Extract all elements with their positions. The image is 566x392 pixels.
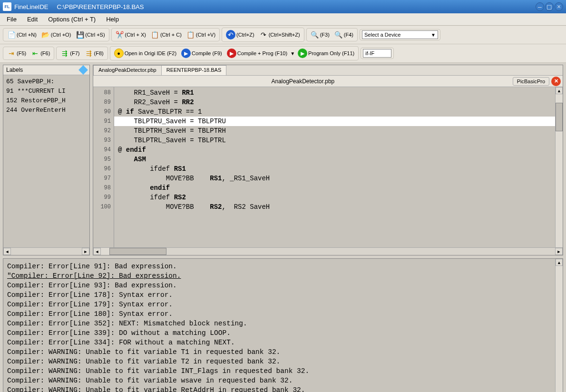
editor-close-button[interactable]: ✕ [551,77,561,86]
titlebar: FL FineLineIDE C:\PBP\REENTERPBP-18.BAS … [0,0,566,13]
scroll-right-icon[interactable]: ► [82,248,89,255]
output-content[interactable]: Compiler: Error[Line 91]: Bad expression… [3,259,555,392]
output-line[interactable]: Compiler: WARNING: Unable to fit variabl… [7,357,551,366]
code-line[interactable]: @ endif [114,145,555,155]
compile-prog-button[interactable]: ▶Compile + Prog (F10) [225,48,289,59]
maximize-button[interactable]: ◻ [545,2,554,11]
code-line[interactable]: TBLPTRL_SaveH = TBLPTRL [114,136,555,145]
redo-button[interactable]: ↷(Ctrl+Shift+Z) [257,29,302,40]
f5-button[interactable]: ⇥(F5) [5,48,28,59]
copy-button[interactable]: 📋(Ctrl + C) [149,29,184,40]
search-group: 🔍(F3) 🔍(F4) [306,28,358,41]
if-input[interactable] [363,49,391,58]
label-item[interactable]: 244 OverReEnterH [6,106,87,115]
undo-label: (Ctrl+Z) [236,32,254,38]
code-line[interactable]: @ if Save_TBLPTR == 1 [114,107,555,117]
outdent-icon: ⇤ [31,49,39,58]
code-line[interactable]: TBLPTRH_SaveH = TBLPTRH [114,126,555,136]
code-editor[interactable]: 88 89 90 91 92 93 94 95 96 97 98 99 100 … [93,87,563,247]
code-line[interactable]: ASM [114,155,555,164]
close-button[interactable]: × [555,2,563,11]
code-line[interactable]: RR2_SaveH = RR2 [114,98,555,107]
f7-button[interactable]: ⇶(F7) [59,48,81,59]
editor-hscroll[interactable]: ◄ ► [93,247,563,255]
undo-button[interactable]: ↶(Ctrl+Z) [224,29,256,40]
indent-icon: ⇥ [7,49,16,58]
code-line[interactable]: endif [114,183,555,193]
output-vscroll[interactable]: ▲ [555,259,563,392]
sidebar: Labels 65 SavePBP_H: 91 ***CURRENT LI 15… [3,65,90,255]
menu-options[interactable]: Options (Ctrl + T) [43,14,100,25]
scroll-track[interactable] [11,248,82,255]
new-button[interactable]: 📄(Ctrl +N) [5,29,39,40]
file-path: C:\PBP\REENTERPBP-18.BAS [57,3,144,10]
program-only-button[interactable]: ▶Program Only (F11) [296,48,356,59]
output-line[interactable]: Compiler: Error[Line 179]: Syntax error. [7,300,551,309]
output-line[interactable]: Compiler: Error[Line 180]: Syntax error. [7,309,551,319]
sidebar-header[interactable]: Labels [3,65,89,75]
findnext-button[interactable]: 🔍(F4) [332,29,355,40]
findnext-label: (F4) [344,32,353,38]
scroll-right-icon[interactable]: ► [555,248,563,255]
save-icon: 💾 [76,30,84,39]
menu-file[interactable]: File [2,14,21,25]
label-item[interactable]: 91 ***CURRENT LI [6,87,87,96]
output-line[interactable]: Compiler: WARNING: Unable to fit variabl… [7,366,551,376]
f7-label: (F7) [70,50,79,56]
editor-title: AnalogPeakDetector.pbp [93,78,513,85]
code-line[interactable]: MOVE?BB RS1, _RS1_SaveH [114,174,555,183]
f6-label: (F6) [40,50,50,56]
tab-2[interactable]: REENTERPBP-18.BAS [161,65,227,75]
sidebar-content[interactable]: 65 SavePBP_H: 91 ***CURRENT LI 152 Resto… [3,75,89,247]
tabs: AnalogPeakDetector.pbp REENTERPBP-18.BAS [93,65,563,76]
output-line[interactable]: Compiler: Error[Line 339]: DO without a … [7,328,551,338]
code-line-highlighted[interactable]: TBLPTRU_SaveH = TBLPTRU [114,117,555,126]
redo-label: (Ctrl+Shift+Z) [269,32,300,38]
new-label: (Ctrl +N) [17,32,37,38]
f8-button[interactable]: ⇶(F8) [83,48,106,59]
diamond-icon [78,65,88,75]
device-select[interactable]: Select a Device ▼ [362,30,438,39]
cut-button[interactable]: ✂️(Ctrl + X) [114,29,148,40]
output-line[interactable]: Compiler: WARNING: Unable to fit variabl… [7,347,551,357]
menu-edit[interactable]: Edit [22,14,42,25]
save-button[interactable]: 💾(Ctrl +S) [74,29,107,40]
circle-yellow-icon: ● [114,49,124,58]
open-origi-button[interactable]: ●Open in Origi IDE (F2) [112,48,178,59]
compile-dropdown-icon[interactable]: ▼ [290,51,295,56]
scroll-left-icon[interactable]: ◄ [93,248,101,255]
tab-1[interactable]: AnalogPeakDetector.pbp [93,65,162,75]
code-line[interactable]: ifdef RS2 [114,193,555,202]
output-line[interactable]: Compiler: Error[Line 334]: FOR without a… [7,338,551,347]
output-line[interactable]: Compiler: Error[Line 91]: Bad expression… [7,262,551,271]
output-line[interactable]: "Compiler: Error[Line 92]: Bad expressio… [7,271,551,281]
vscroll-thumb[interactable] [556,103,563,131]
find-button[interactable]: 🔍(F3) [309,29,332,40]
output-line[interactable]: Compiler: Error[Line 352]: NEXT: Mismatc… [7,319,551,328]
minimize-button[interactable]: – [536,2,544,11]
scroll-track[interactable] [166,248,555,255]
f6-button[interactable]: ⇤(F6) [29,48,52,59]
scroll-left-icon[interactable]: ◄ [3,248,11,255]
compile-button[interactable]: ▶Compile (F9) [179,48,224,59]
label-item[interactable]: 65 SavePBP_H: [6,77,87,87]
output-line[interactable]: Compiler: Error[Line 178]: Syntax error. [7,290,551,300]
sidebar-hscroll[interactable]: ◄ ► [3,247,89,255]
code-line[interactable]: ifdef RS1 [114,164,555,174]
output-line[interactable]: Compiler: WARNING: Unable to fit variabl… [7,385,551,392]
menu-help[interactable]: Help [101,14,124,25]
undo-icon: ↶ [226,30,235,39]
scroll-up-icon[interactable]: ▲ [556,259,563,266]
open-button[interactable]: 📂(Ctrl +O) [39,29,73,40]
output-line[interactable]: Compiler: Error[Line 93]: Bad expression… [7,281,551,290]
hscroll-thumb[interactable] [109,248,166,255]
label-item[interactable]: 152 RestorePBP_H [6,96,87,106]
code-lines[interactable]: RR1_SaveH = RR1 RR2_SaveH = RR2 @ if Sav… [114,87,555,247]
file-group: 📄(Ctrl +N) 📂(Ctrl +O) 💾(Ctrl +S) [3,28,109,41]
editor-vscroll[interactable]: ▲ [555,87,563,247]
scroll-up-icon[interactable]: ▲ [556,87,563,94]
paste-button[interactable]: 📋(Ctrl +V) [185,29,217,40]
code-line[interactable]: RR1_SaveH = RR1 [114,88,555,98]
code-line[interactable]: MOVE?BB RS2, RS2 SaveH [114,202,555,212]
output-line[interactable]: Compiler: WARNING: Unable to fit variabl… [7,376,551,385]
